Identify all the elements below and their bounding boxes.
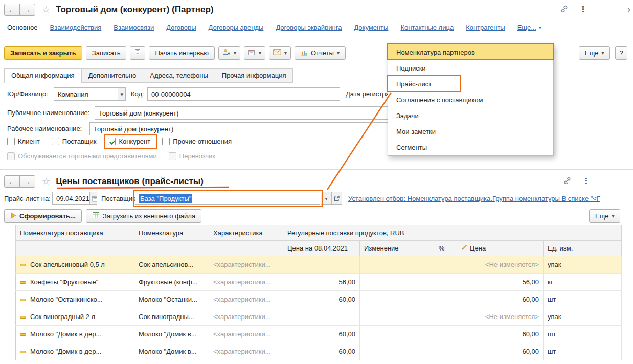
add-interaction-button[interactable]: ▾ <box>218 46 240 60</box>
cell-item[interactable]: Фруктовые (конф... <box>134 274 209 291</box>
load-from-file-button[interactable]: Загрузить из внешнего файла <box>86 209 201 223</box>
combo-arrow-icon[interactable]: ▾ <box>321 192 331 204</box>
tab-more[interactable]: Еще... ▾ <box>517 24 541 31</box>
col-item[interactable]: Номенклатура <box>134 225 209 241</box>
table-row[interactable]: Молоко "Домик в дер... Молоко "Домик в..… <box>16 343 622 360</box>
filter-applied-link[interactable]: Установлен отбор: Номенклатура поставщик… <box>348 195 600 202</box>
col-percent[interactable]: % <box>426 241 457 256</box>
cell-item[interactable]: Сок виноградны... <box>134 308 209 326</box>
cell-supplier-item[interactable]: Сок апельсиновый 0,5 л <box>16 256 134 274</box>
supplier-input[interactable]: База "Продукты" <box>135 192 320 205</box>
back-button[interactable]: ← <box>4 175 20 188</box>
cell-price-on-date[interactable]: 56,00 <box>283 274 360 291</box>
table-row[interactable]: Молоко "Домик в дер... Молоко "Домик в..… <box>16 326 622 343</box>
cell-price-on-date[interactable]: 60,00 <box>283 291 360 308</box>
col-change[interactable]: Изменение <box>360 241 426 256</box>
cell-characteristic[interactable]: <характеристики... <box>209 256 283 274</box>
cell-price[interactable]: 56,00 <box>457 274 544 291</box>
table-row[interactable]: Конфеты "Фруктовые" Фруктовые (конф... <… <box>16 274 622 291</box>
col-characteristic[interactable]: Характеристика <box>209 225 283 241</box>
tab-documents[interactable]: Документы <box>354 24 388 31</box>
cell-supplier-item[interactable]: Молоко "Домик в дер... <box>16 326 134 343</box>
checkbox-supplier[interactable]: Поставщик <box>52 138 97 145</box>
get-link-icon[interactable] <box>560 5 569 14</box>
tab-relations[interactable]: Взаимосвязи <box>114 24 154 31</box>
menu-item-price-list[interactable]: Прайс-лист <box>388 76 553 92</box>
cell-change[interactable] <box>360 256 426 274</box>
formtab-general[interactable]: Общая информация <box>4 68 82 83</box>
cell-percent[interactable] <box>426 326 457 343</box>
cell-unit[interactable]: шт <box>544 326 622 343</box>
col-supplier-item[interactable]: Номенклатура поставщика <box>16 225 134 241</box>
cell-characteristic[interactable]: <характеристики... <box>209 326 283 343</box>
cell-change[interactable] <box>360 343 426 360</box>
tab-lease-contracts[interactable]: Договоры аренды <box>209 24 264 31</box>
help-button[interactable]: ? <box>615 46 627 60</box>
cell-item[interactable]: Молоко "Домик в... <box>134 326 209 343</box>
menu-item-segments[interactable]: Сегменты <box>388 140 553 155</box>
tab-acquiring-contracts[interactable]: Договоры эквайринга <box>276 24 342 31</box>
cell-item[interactable]: Молоко "Останки... <box>134 291 209 308</box>
cell-item[interactable]: Сок апельсинов... <box>134 256 209 274</box>
save-button[interactable]: Записать <box>86 46 127 60</box>
cell-supplier-item[interactable]: Молоко "Останкинско... <box>16 291 134 308</box>
cell-unit[interactable]: кг <box>544 274 622 291</box>
save-close-button[interactable]: Записать и закрыть <box>4 46 82 60</box>
menu-item-my-notes[interactable]: Мои заметки <box>388 124 553 140</box>
cell-price[interactable]: 60,00 <box>457 326 544 343</box>
tab-counterparties[interactable]: Контрагенты <box>466 24 505 31</box>
cell-unit[interactable]: шт <box>544 291 622 308</box>
favorite-star-icon[interactable]: ☆ <box>42 177 50 186</box>
more-button[interactable]: Еще ▾ <box>579 46 610 60</box>
col-unit[interactable]: Ед. изм. <box>544 241 622 256</box>
table-row[interactable]: Молоко "Останкинско... Молоко "Останки..… <box>16 291 622 308</box>
cell-price[interactable]: 60,00 <box>457 291 544 308</box>
combo-arrow-icon[interactable]: ▾ <box>118 88 125 100</box>
checkbox-other-relations[interactable]: Прочие отношения <box>162 138 232 145</box>
col-price-on-date[interactable]: Цена на 08.04.2021 <box>283 241 360 256</box>
cell-price[interactable]: <Не изменяется> <box>457 256 544 274</box>
cell-percent[interactable] <box>426 274 457 291</box>
cell-characteristic[interactable]: <характеристики... <box>209 308 283 326</box>
menu-item-tasks[interactable]: Задачи <box>388 108 553 124</box>
cell-percent[interactable] <box>426 308 457 326</box>
cell-characteristic[interactable]: <характеристики... <box>209 274 283 291</box>
open-item-icon[interactable] <box>331 192 342 204</box>
cell-change[interactable] <box>360 308 426 326</box>
formtab-other[interactable]: Прочая информация <box>215 68 293 83</box>
notes-list-button[interactable] <box>130 46 145 60</box>
chevron-right-icon[interactable]: › <box>627 5 630 14</box>
menu-item-partner-nomenclature[interactable]: Номенклатура партнеров <box>388 44 553 60</box>
cell-supplier-item[interactable]: Сок виноградный 2 л <box>16 308 134 326</box>
back-button[interactable]: ← <box>4 4 20 16</box>
col-group-regular-supplies[interactable]: Регулярные поставки продуктов, RUB <box>283 225 622 241</box>
pricelist-date-input[interactable]: 09.04.2021 <box>52 192 97 205</box>
send-mail-button[interactable]: ▾ <box>269 46 291 60</box>
cell-percent[interactable] <box>426 256 457 274</box>
more-button[interactable]: Еще ▾ <box>589 209 620 223</box>
cell-unit[interactable]: упак <box>544 308 622 326</box>
forward-button[interactable]: → <box>19 4 35 16</box>
favorite-star-icon[interactable]: ☆ <box>42 5 50 14</box>
col-price[interactable]: Цена <box>457 241 544 256</box>
menu-item-subscriptions[interactable]: Подписки <box>388 60 553 76</box>
table-row[interactable]: Сок апельсиновый 0,5 л Сок апельсинов...… <box>16 256 622 274</box>
cell-price[interactable]: 60,00 <box>457 343 544 360</box>
cell-unit[interactable]: шт <box>544 343 622 360</box>
cell-price[interactable]: <Не изменяется> <box>457 308 544 326</box>
cell-characteristic[interactable]: <характеристики... <box>209 343 283 360</box>
cell-price-on-date[interactable]: 60,00 <box>283 343 360 360</box>
get-link-icon[interactable] <box>563 176 572 186</box>
cell-price-on-date[interactable] <box>283 308 360 326</box>
tab-main[interactable]: Основное <box>7 24 38 31</box>
tab-interactions[interactable]: Взаимодействия <box>50 24 102 31</box>
cell-change[interactable] <box>360 291 426 308</box>
formtab-additional[interactable]: Дополнительно <box>81 68 144 83</box>
checkbox-competitor[interactable]: Конкурент <box>108 138 150 145</box>
cell-supplier-item[interactable]: Конфеты "Фруктовые" <box>16 274 134 291</box>
forward-button[interactable]: → <box>19 175 35 188</box>
table-row[interactable]: Сок виноградный 2 л Сок виноградны... <х… <box>16 308 622 326</box>
generate-button[interactable]: Сформировать... <box>4 209 82 223</box>
cell-item[interactable]: Молоко "Домик в... <box>134 343 209 360</box>
calendar-picker-icon[interactable] <box>89 192 97 204</box>
